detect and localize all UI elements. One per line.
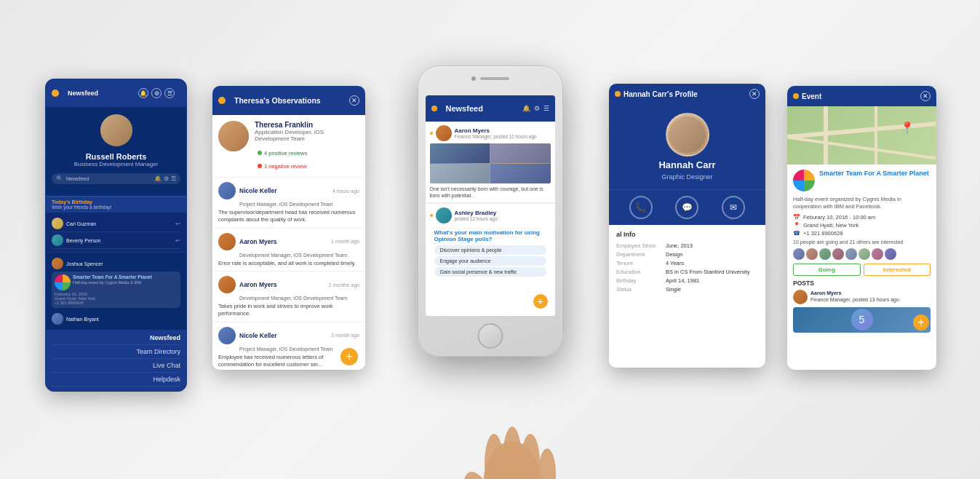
s1-person-0-reply[interactable]: ↩: [175, 221, 180, 227]
s5-attendees-list: [793, 248, 931, 260]
s2-obs-2-header: Aaron Myers 2 months ago: [218, 276, 359, 293]
s2-featured-role: Application Developer, iOS Development T…: [255, 129, 359, 142]
s2-featured-name: Theresa Franklin: [255, 121, 359, 129]
s2-negative-text: 1 negative review: [264, 163, 306, 170]
nf-poll: What's your main motivation for using Op…: [430, 226, 551, 282]
s1-person-1-reply[interactable]: ↩: [175, 237, 180, 244]
s1-nav-newsfeed[interactable]: Newsfeed: [52, 331, 180, 345]
s2-obs-0-name: Nicole Keller: [239, 187, 329, 194]
s1-person-3: Nathan Bryant: [52, 311, 180, 327]
s5-event-location: Grand Hyatt, New York: [803, 222, 859, 229]
s1-logo: [52, 90, 59, 97]
s4-label-edu: Education: [616, 269, 666, 275]
s2-obs-3-avatar: [218, 327, 236, 344]
s5-attendee-1: [806, 248, 818, 260]
nf-poll-option-1[interactable]: Engage your audience: [434, 256, 546, 266]
s4-actions: 📞 💬 ✉: [609, 189, 765, 225]
s1-search-bar[interactable]: 🔍 Newsfeed 🔔 ⚙ ☰: [52, 173, 180, 184]
s4-info-since: Employee Since June, 2013: [616, 242, 758, 249]
s1-feed-menu: ☰: [171, 175, 176, 182]
s1-event-card: Smarter Team For A Smarter Planet Half-d…: [52, 272, 180, 308]
s5-event-date-row: 📅 Feburary 10, 2016 - 10:00 am: [793, 214, 931, 221]
s4-label-dept: Department: [616, 251, 666, 258]
s5-post-0-content: Aaron Myers Finance Manager, posted 13 h…: [810, 290, 899, 304]
nf-post-1-header: Ashley Bradley posted 12 hours ago: [430, 207, 551, 223]
nf-img-3: [490, 164, 551, 183]
nf-post-0-name: Aaron Myers: [455, 127, 537, 134]
nf-poll-option-0[interactable]: Discover opinions & people: [434, 245, 546, 255]
s1-profile: Russell Roberts Business Development Man…: [46, 107, 186, 196]
s2-positive-badge: 4 positive reviews: [255, 149, 310, 157]
s2-title: Theresa's Observations: [228, 91, 327, 110]
s5-road-4: [875, 106, 877, 165]
s1-bell-icon[interactable]: 🔔: [138, 88, 148, 98]
s2-obs-2-time: 2 months ago: [329, 282, 359, 288]
s4-info-edu: Education BS in CS From Stanford Univers…: [616, 269, 758, 275]
center-phone-home-btn[interactable]: [477, 323, 503, 349]
nf-img-0: [430, 143, 490, 163]
s2-featured-info: Theresa Franklin Application Developer, …: [255, 121, 359, 171]
s4-info-dept: Department Design: [616, 251, 758, 258]
s1-settings-icon[interactable]: ⚙: [151, 88, 162, 98]
s5-interested-btn[interactable]: Interested: [864, 264, 931, 276]
s4-info-tenure: Tenure 4 Years: [616, 260, 758, 266]
s5-attendee-3: [832, 248, 844, 260]
s1-nav-directory[interactable]: Team Directory: [52, 345, 180, 359]
s5-event-phone-row: ☎ +1 321 8900628: [793, 230, 931, 237]
s5-close-btn[interactable]: ✕: [920, 91, 931, 101]
s5-map: 📍: [787, 106, 936, 165]
s1-person-3-avatar: [52, 313, 63, 325]
s5-calendar-icon: 📅: [793, 214, 800, 221]
nf-header-icons: 🔔 ⚙ ☰: [522, 105, 549, 112]
svg-point-4: [503, 427, 522, 479]
s4-value-dept: Design: [666, 251, 758, 258]
s5-post-0-avatar: [793, 290, 808, 304]
s1-birthday-title: Today's Birthday: [52, 199, 180, 205]
s1-nav-requests[interactable]: Requests: [52, 387, 180, 392]
nf-poll-option-2[interactable]: Gain social presence & new traffic: [434, 267, 546, 277]
screen-hannah-profile: Hannah Carr's Profile ✕ Hannah Carr Grap…: [609, 84, 765, 368]
s5-event-location-row: 📍 Grand Hyatt, New York: [793, 222, 931, 229]
s4-close-btn[interactable]: ✕: [749, 89, 760, 99]
s4-info-status: Status Single: [616, 286, 758, 293]
s2-header: Theresa's Observations ✕: [212, 86, 365, 115]
s2-close-btn[interactable]: ✕: [349, 95, 359, 106]
nf-bell-icon[interactable]: 🔔: [522, 105, 530, 112]
s1-nav-livechat[interactable]: Live Chat: [52, 359, 180, 373]
s5-event-title: Smarter Team For A Smarter Planet: [819, 170, 931, 191]
s1-menu-icon[interactable]: ☰: [164, 88, 175, 98]
s5-going-count: 10: [793, 239, 799, 245]
s2-obs-2-avatar: [218, 276, 236, 293]
s4-info-section: al Info Employee Since June, 2013 Depart…: [609, 225, 765, 301]
s4-email-btn[interactable]: ✉: [722, 196, 745, 219]
nf-settings-icon[interactable]: ⚙: [534, 105, 540, 112]
s4-phone-btn[interactable]: 📞: [629, 196, 653, 219]
s1-nav-helpdesk[interactable]: Helpdesk: [52, 373, 180, 387]
s1-header-icons: 🔔 ⚙ ☰: [132, 84, 180, 103]
s5-interested-count: 21: [849, 239, 855, 245]
s4-person-role: Graphic Designer: [661, 173, 712, 181]
nf-post-1-meta: posted 12 hours ago: [455, 216, 498, 221]
nf-post-0-avatar: [436, 125, 452, 141]
nf-add-button[interactable]: +: [533, 294, 548, 309]
hand-svg: [439, 383, 585, 479]
s2-obs-1-header: Aaron Myers 1 month ago: [218, 233, 359, 250]
s5-add-button[interactable]: +: [913, 314, 929, 330]
s4-header-left: Hannah Carr's Profile: [615, 90, 698, 98]
nf-post-1-name: Ashley Bradley: [455, 210, 498, 216]
s5-title: Event: [802, 92, 821, 100]
nf-menu-icon[interactable]: ☰: [543, 105, 549, 112]
s4-message-btn[interactable]: 💬: [675, 196, 698, 219]
s5-event-header: Smarter Team For A Smarter Planet: [793, 170, 931, 191]
nf-post-1: Ashley Bradley posted 12 hours ago What'…: [426, 204, 555, 285]
s1-person-1-avatar: [52, 234, 63, 246]
s2-obs-3-header: Nicole Keller 3 month ago: [218, 327, 359, 344]
s5-going-btn[interactable]: Going: [793, 264, 861, 276]
svg-point-6: [538, 448, 556, 479]
nf-header: Newsfeed 🔔 ⚙ ☰: [426, 95, 555, 122]
s2-obs-1-time: 1 month ago: [331, 239, 359, 244]
s1-event-inner: Smarter Team For A Smarter Planet Half-d…: [55, 274, 178, 290]
s5-posts-title: POSTS: [793, 280, 931, 287]
s1-feed-settings: ⚙: [164, 175, 169, 182]
nf-active-dot-2: [430, 214, 433, 217]
